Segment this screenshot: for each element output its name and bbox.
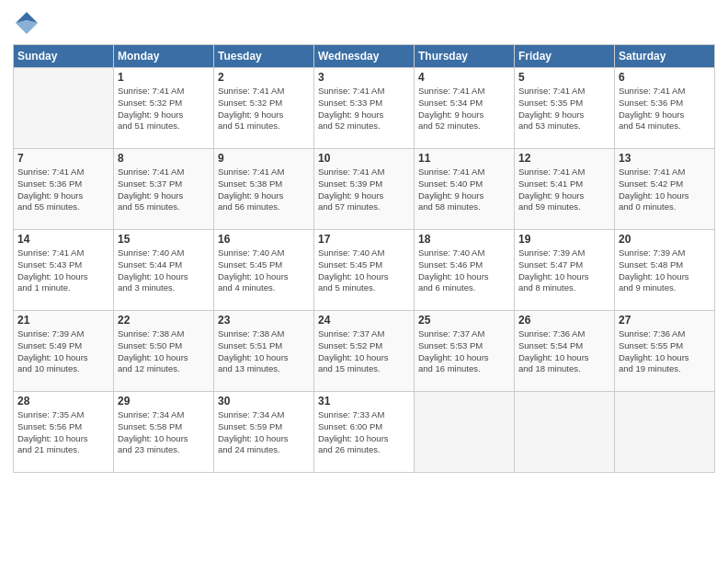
- day-info: Sunrise: 7:41 AMSunset: 5:36 PMDaylight:…: [17, 167, 109, 213]
- calendar-cell: 3Sunrise: 7:41 AMSunset: 5:33 PMDaylight…: [314, 68, 415, 149]
- day-number: 29: [118, 395, 210, 408]
- day-number: 30: [218, 395, 310, 408]
- day-info: Sunrise: 7:41 AMSunset: 5:33 PMDaylight:…: [318, 86, 410, 132]
- calendar-cell: 4Sunrise: 7:41 AMSunset: 5:34 PMDaylight…: [415, 68, 515, 149]
- day-number: 17: [318, 233, 410, 246]
- day-number: 19: [518, 233, 610, 246]
- day-info: Sunrise: 7:40 AMSunset: 5:45 PMDaylight:…: [318, 247, 410, 294]
- calendar-cell: 17Sunrise: 7:40 AMSunset: 5:45 PMDayligh…: [314, 230, 415, 311]
- day-number: 27: [619, 314, 711, 327]
- calendar-cell: 8Sunrise: 7:41 AMSunset: 5:37 PMDaylight…: [114, 149, 214, 230]
- day-info: Sunrise: 7:36 AMSunset: 5:54 PMDaylight:…: [518, 328, 610, 375]
- day-info: Sunrise: 7:41 AMSunset: 5:35 PMDaylight:…: [518, 86, 610, 132]
- col-header-thursday: Thursday: [415, 45, 515, 68]
- col-header-sunday: Sunday: [14, 45, 114, 68]
- day-info: Sunrise: 7:41 AMSunset: 5:32 PMDaylight:…: [118, 86, 210, 132]
- day-number: 15: [118, 233, 210, 246]
- day-info: Sunrise: 7:39 AMSunset: 5:47 PMDaylight:…: [518, 247, 610, 294]
- day-info: Sunrise: 7:34 AMSunset: 5:58 PMDaylight:…: [118, 409, 210, 456]
- day-info: Sunrise: 7:40 AMSunset: 5:45 PMDaylight:…: [218, 247, 310, 294]
- calendar-week-1: 1Sunrise: 7:41 AMSunset: 5:32 PMDaylight…: [14, 68, 715, 149]
- day-info: Sunrise: 7:39 AMSunset: 5:49 PMDaylight:…: [17, 328, 109, 375]
- col-header-monday: Monday: [114, 45, 214, 68]
- day-info: Sunrise: 7:41 AMSunset: 5:34 PMDaylight:…: [418, 86, 510, 132]
- calendar-cell: 19Sunrise: 7:39 AMSunset: 5:47 PMDayligh…: [515, 230, 615, 311]
- calendar-cell: 30Sunrise: 7:34 AMSunset: 5:59 PMDayligh…: [214, 392, 314, 473]
- day-number: 16: [218, 233, 310, 246]
- calendar-table: SundayMondayTuesdayWednesdayThursdayFrid…: [13, 44, 715, 473]
- day-number: 2: [218, 71, 310, 84]
- logo-icon: [13, 9, 40, 37]
- day-number: 7: [17, 152, 109, 165]
- calendar-cell: 29Sunrise: 7:34 AMSunset: 5:58 PMDayligh…: [114, 392, 214, 473]
- day-number: 21: [17, 314, 109, 327]
- calendar-week-5: 28Sunrise: 7:35 AMSunset: 5:56 PMDayligh…: [14, 392, 715, 473]
- day-info: Sunrise: 7:37 AMSunset: 5:53 PMDaylight:…: [418, 328, 510, 375]
- day-number: 3: [318, 71, 410, 84]
- day-info: Sunrise: 7:37 AMSunset: 5:52 PMDaylight:…: [318, 328, 410, 375]
- calendar-cell: 7Sunrise: 7:41 AMSunset: 5:36 PMDaylight…: [14, 149, 114, 230]
- day-number: 25: [418, 314, 510, 327]
- day-info: Sunrise: 7:41 AMSunset: 5:41 PMDaylight:…: [518, 167, 610, 213]
- calendar-cell: 28Sunrise: 7:35 AMSunset: 5:56 PMDayligh…: [14, 392, 114, 473]
- day-number: 11: [418, 152, 510, 165]
- calendar-cell: 23Sunrise: 7:38 AMSunset: 5:51 PMDayligh…: [214, 311, 314, 392]
- calendar-cell: 5Sunrise: 7:41 AMSunset: 5:35 PMDaylight…: [515, 68, 615, 149]
- col-header-saturday: Saturday: [615, 45, 715, 68]
- main-container: SundayMondayTuesdayWednesdayThursdayFrid…: [0, 0, 728, 482]
- day-info: Sunrise: 7:38 AMSunset: 5:50 PMDaylight:…: [118, 328, 210, 375]
- day-number: 14: [17, 233, 109, 246]
- calendar-cell: 25Sunrise: 7:37 AMSunset: 5:53 PMDayligh…: [415, 311, 515, 392]
- day-info: Sunrise: 7:41 AMSunset: 5:32 PMDaylight:…: [218, 86, 310, 132]
- day-info: Sunrise: 7:35 AMSunset: 5:56 PMDaylight:…: [17, 409, 109, 456]
- day-number: 24: [318, 314, 410, 327]
- calendar-cell: [615, 392, 715, 473]
- calendar-cell: 2Sunrise: 7:41 AMSunset: 5:32 PMDaylight…: [214, 68, 314, 149]
- day-info: Sunrise: 7:41 AMSunset: 5:40 PMDaylight:…: [418, 167, 510, 213]
- day-info: Sunrise: 7:36 AMSunset: 5:55 PMDaylight:…: [619, 328, 711, 375]
- day-number: 26: [518, 314, 610, 327]
- calendar-cell: 9Sunrise: 7:41 AMSunset: 5:38 PMDaylight…: [214, 149, 314, 230]
- calendar-week-2: 7Sunrise: 7:41 AMSunset: 5:36 PMDaylight…: [14, 149, 715, 230]
- day-number: 8: [118, 152, 210, 165]
- day-number: 23: [218, 314, 310, 327]
- day-number: 20: [619, 233, 711, 246]
- day-info: Sunrise: 7:40 AMSunset: 5:44 PMDaylight:…: [118, 247, 210, 294]
- calendar-cell: 11Sunrise: 7:41 AMSunset: 5:40 PMDayligh…: [415, 149, 515, 230]
- day-info: Sunrise: 7:40 AMSunset: 5:46 PMDaylight:…: [418, 247, 510, 294]
- calendar-cell: 31Sunrise: 7:33 AMSunset: 6:00 PMDayligh…: [314, 392, 415, 473]
- day-number: 4: [418, 71, 510, 84]
- day-number: 10: [318, 152, 410, 165]
- day-number: 28: [17, 395, 109, 408]
- svg-marker-1: [16, 20, 38, 34]
- day-info: Sunrise: 7:41 AMSunset: 5:36 PMDaylight:…: [619, 86, 711, 132]
- day-number: 22: [118, 314, 210, 327]
- calendar-cell: 20Sunrise: 7:39 AMSunset: 5:48 PMDayligh…: [615, 230, 715, 311]
- day-number: 6: [619, 71, 711, 84]
- day-number: 1: [118, 71, 210, 84]
- calendar-cell: [14, 68, 114, 149]
- calendar-week-3: 14Sunrise: 7:41 AMSunset: 5:43 PMDayligh…: [14, 230, 715, 311]
- calendar-cell: 16Sunrise: 7:40 AMSunset: 5:45 PMDayligh…: [214, 230, 314, 311]
- calendar-cell: [415, 392, 515, 473]
- day-number: 31: [318, 395, 410, 408]
- calendar-cell: 26Sunrise: 7:36 AMSunset: 5:54 PMDayligh…: [515, 311, 615, 392]
- day-number: 18: [418, 233, 510, 246]
- calendar-cell: 18Sunrise: 7:40 AMSunset: 5:46 PMDayligh…: [415, 230, 515, 311]
- col-header-friday: Friday: [515, 45, 615, 68]
- calendar-cell: 24Sunrise: 7:37 AMSunset: 5:52 PMDayligh…: [314, 311, 415, 392]
- day-number: 12: [518, 152, 610, 165]
- calendar-cell: 22Sunrise: 7:38 AMSunset: 5:50 PMDayligh…: [114, 311, 214, 392]
- day-number: 5: [518, 71, 610, 84]
- day-number: 9: [218, 152, 310, 165]
- calendar-cell: 6Sunrise: 7:41 AMSunset: 5:36 PMDaylight…: [615, 68, 715, 149]
- calendar-header-row: SundayMondayTuesdayWednesdayThursdayFrid…: [14, 45, 715, 68]
- calendar-cell: 21Sunrise: 7:39 AMSunset: 5:49 PMDayligh…: [14, 311, 114, 392]
- day-info: Sunrise: 7:41 AMSunset: 5:38 PMDaylight:…: [218, 167, 310, 213]
- day-info: Sunrise: 7:41 AMSunset: 5:43 PMDaylight:…: [17, 247, 109, 294]
- day-info: Sunrise: 7:41 AMSunset: 5:37 PMDaylight:…: [118, 167, 210, 213]
- day-info: Sunrise: 7:38 AMSunset: 5:51 PMDaylight:…: [218, 328, 310, 375]
- day-info: Sunrise: 7:41 AMSunset: 5:39 PMDaylight:…: [318, 167, 410, 213]
- day-info: Sunrise: 7:33 AMSunset: 6:00 PMDaylight:…: [318, 409, 410, 456]
- calendar-cell: [515, 392, 615, 473]
